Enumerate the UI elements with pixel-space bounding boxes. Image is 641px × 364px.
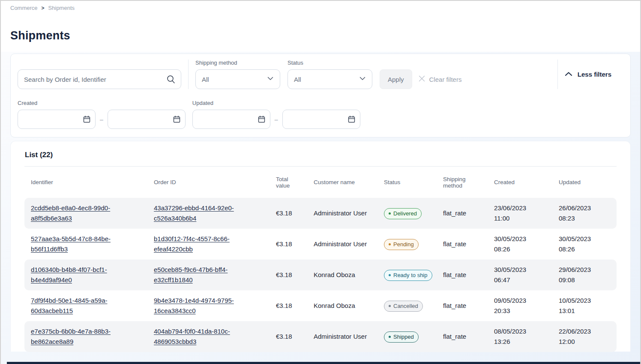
shipping-method-value: All <box>202 76 209 83</box>
table-row: e7e375cb-6b0b-4e7a-88b3-be862ace8a89 404… <box>24 321 617 352</box>
created-filter-label: Created <box>18 100 186 106</box>
identifier-link[interactable]: 527aae3a-5b5d-47c8-84be-b56f11d6ffb3 <box>31 235 111 253</box>
col-header-shipping-method: Shipping method <box>437 176 488 189</box>
page-title: Shipments <box>1 11 640 52</box>
customer-name-cell: Administrator User <box>307 239 377 249</box>
identifier-link[interactable]: 7df9f4bd-50e1-4845-a59a-60d3acbeb115 <box>31 297 107 314</box>
col-header-updated: Updated <box>552 179 617 185</box>
updated-to-wrapper <box>282 110 360 129</box>
status-dot-icon <box>389 305 391 307</box>
list-title: List (22) <box>24 151 617 159</box>
col-header-customer-name: Customer name <box>307 179 377 185</box>
breadcrumb: Commerce > Shipments <box>10 5 631 11</box>
order-id-link[interactable]: 9b4e3478-1e4d-4974-9795-16cea3843cc0 <box>154 297 234 314</box>
status-badge: Delivered <box>384 208 422 219</box>
breadcrumb-separator: > <box>42 5 45 11</box>
calendar-icon[interactable] <box>173 115 181 125</box>
created-cell: 30/05/202306:47 <box>488 265 552 285</box>
shipping-method-cell: flat_rate <box>437 208 488 218</box>
date-range-separator: – <box>100 116 103 123</box>
status-dot-icon <box>389 274 391 276</box>
col-header-status: Status <box>377 179 437 185</box>
breadcrumb-commerce[interactable]: Commerce <box>10 5 38 11</box>
top-bar: Commerce > Shipments <box>1 1 640 11</box>
search-wrapper <box>18 69 181 89</box>
breadcrumb-shipments[interactable]: Shipments <box>48 5 75 11</box>
clear-filters-button[interactable]: Clear filters <box>418 69 462 89</box>
col-header-order-id: Order ID <box>147 179 270 185</box>
total-value-cell: €3.18 <box>270 301 307 311</box>
status-badge: Shipped <box>384 331 419 343</box>
apply-button[interactable]: Apply <box>380 69 412 89</box>
updated-cell: 10/05/202313:01 <box>552 295 617 316</box>
table-row: 2cdd5eb8-e8a0-4ec8-99d0-a8f5db6e3a63 43a… <box>24 198 617 229</box>
order-id-link[interactable]: 43a37296-ebbd-4164-92e0-c526a340b6b4 <box>154 204 234 222</box>
updated-filter-label: Updated <box>192 100 360 106</box>
status-value: All <box>294 76 301 83</box>
status-badge: Ready to ship <box>384 270 432 281</box>
order-id-link[interactable]: b1d30f12-7f4c-4557-8c66-efeaf4220cbb <box>154 235 230 253</box>
status-dot-icon <box>389 212 391 215</box>
col-header-created: Created <box>488 179 552 185</box>
search-icon <box>166 75 176 86</box>
created-cell: 08/05/202313:26 <box>488 326 552 347</box>
chevron-down-icon <box>267 75 274 84</box>
date-range-separator: – <box>275 116 278 123</box>
order-id-link[interactable]: 404ab794-f0f0-41da-810c-4869053cbbd3 <box>154 328 230 345</box>
total-value-cell: €3.18 <box>270 239 307 249</box>
shipping-method-select[interactable]: All <box>195 69 280 89</box>
table-header-row: Identifier Order ID Total value Customer… <box>24 167 617 198</box>
shipping-method-cell: flat_rate <box>437 331 488 342</box>
customer-name-cell: Konrad Oboza <box>307 270 377 280</box>
customer-name-cell: Konrad Oboza <box>307 301 377 311</box>
status-badge: Cancelled <box>384 301 423 312</box>
identifier-link[interactable]: e7e375cb-6b0b-4e7a-88b3-be862ace8a89 <box>31 328 111 345</box>
updated-from-wrapper <box>192 110 270 129</box>
updated-cell: 22/06/202312:00 <box>552 326 617 347</box>
search-input[interactable] <box>18 69 181 89</box>
created-cell: 09/05/202320:33 <box>488 295 552 316</box>
clear-filters-label: Clear filters <box>429 76 462 83</box>
created-to-wrapper <box>108 110 186 129</box>
table-row: d106340b-b4b8-4f07-bcf1-b4e4d9af94e0 e50… <box>24 260 617 290</box>
calendar-icon[interactable] <box>258 115 266 125</box>
shipping-method-cell: flat_rate <box>437 270 488 280</box>
total-value-cell: €3.18 <box>270 270 307 280</box>
bottom-accent-bar <box>7 362 640 364</box>
customer-name-cell: Administrator User <box>307 331 377 342</box>
shipments-list-panel: List (22) Identifier Order ID Total valu… <box>10 141 631 352</box>
shipping-method-cell: flat_rate <box>437 301 488 311</box>
filter-divider-1 <box>188 60 189 89</box>
total-value-cell: €3.18 <box>270 331 307 342</box>
close-icon <box>418 75 425 84</box>
less-filters-button[interactable]: Less filters <box>565 71 623 78</box>
total-value-cell: €3.18 <box>270 208 307 218</box>
content-area: Shipping method All Status All <box>1 52 640 364</box>
calendar-icon[interactable] <box>83 115 91 125</box>
shipping-method-label: Shipping method <box>195 60 280 66</box>
chevron-up-icon <box>565 71 572 78</box>
updated-cell: 26/06/202308:23 <box>552 203 617 224</box>
customer-name-cell: Administrator User <box>307 208 377 218</box>
filter-panel: Shipping method All Status All <box>10 54 631 137</box>
calendar-icon[interactable] <box>347 115 356 125</box>
col-header-identifier: Identifier <box>24 179 147 185</box>
identifier-link[interactable]: d106340b-b4b8-4f07-bcf1-b4e4d9af94e0 <box>31 266 107 283</box>
table-row: 7df9f4bd-50e1-4845-a59a-60d3acbeb115 9b4… <box>24 290 617 321</box>
table-row: 527aae3a-5b5d-47c8-84be-b56f11d6ffb3 b1d… <box>24 229 617 260</box>
identifier-link[interactable]: 2cdd5eb8-e8a0-4ec8-99d0-a8f5db6e3a63 <box>31 204 110 222</box>
col-header-total-value: Total value <box>270 176 307 189</box>
status-dot-icon <box>389 243 391 245</box>
order-id-link[interactable]: e50ceb85-f9c6-47b6-bff4-e32cff1b1840 <box>154 266 228 283</box>
created-from-wrapper <box>18 110 96 129</box>
created-cell: 30/05/202308:26 <box>488 234 552 254</box>
created-cell: 23/06/202311:00 <box>488 203 552 224</box>
updated-cell: 30/05/202308:26 <box>552 234 617 254</box>
filter-divider-2 <box>557 60 558 89</box>
chevron-down-icon <box>359 75 366 84</box>
status-select[interactable]: All <box>288 69 372 89</box>
less-filters-label: Less filters <box>578 71 611 78</box>
status-badge: Pending <box>384 239 419 250</box>
status-dot-icon <box>389 336 391 338</box>
status-label: Status <box>288 60 372 66</box>
